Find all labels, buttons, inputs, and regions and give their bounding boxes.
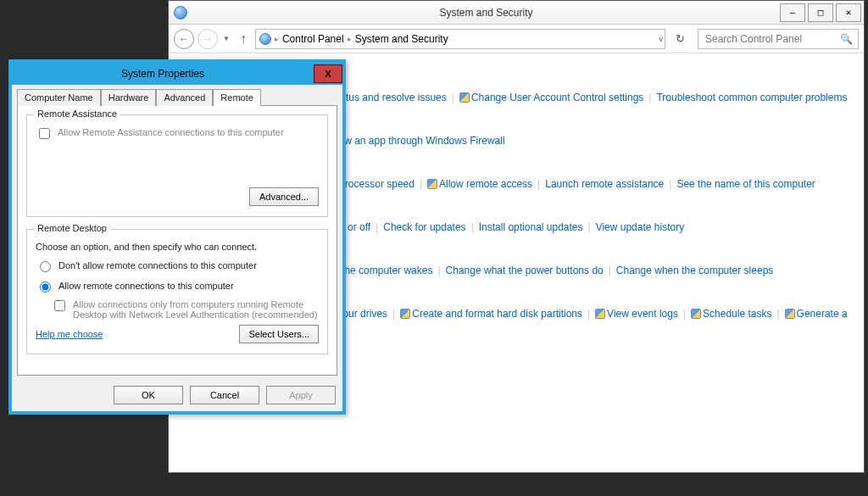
titlebar[interactable]: System and Security — □ ✕ [169, 1, 864, 25]
dialog-close-button[interactable]: X [314, 64, 342, 83]
remote-assistance-advanced-button[interactable]: Advanced... [249, 187, 319, 206]
deny-remote-radio[interactable]: Don't allow remote connections to this c… [36, 259, 319, 272]
link-divider: | [776, 308, 779, 320]
task-link[interactable]: View event logs [607, 308, 678, 320]
address-bar[interactable]: ▸ Control Panel ▸ System and Security v [255, 29, 665, 49]
window-title: System and Security [192, 7, 780, 19]
task-link[interactable]: Launch remote assistance [545, 178, 664, 190]
remote-assistance-group: Remote Assistance Allow Remote Assistanc… [26, 114, 328, 217]
task-link[interactable]: Install optional updates [479, 221, 583, 233]
link-divider: | [669, 178, 671, 190]
search-input[interactable] [704, 32, 840, 46]
forward-button[interactable]: → [198, 29, 218, 49]
tab-advanced[interactable]: Advanced [156, 89, 213, 106]
breadcrumb-item[interactable]: Control Panel [282, 33, 344, 45]
help-me-choose-link[interactable]: Help me choose [36, 329, 103, 339]
history-dropdown-icon[interactable]: ▼ [221, 35, 231, 42]
task-link[interactable]: View update history [596, 221, 685, 233]
ok-button[interactable]: OK [114, 386, 183, 404]
search-icon: 🔍 [840, 33, 853, 45]
task-link[interactable]: Change when the computer sleeps [616, 265, 773, 276]
radio-label: Don't allow remote connections to this c… [58, 260, 257, 270]
tab-strip: Computer NameHardwareAdvancedRemote [12, 85, 342, 105]
control-panel-icon [174, 6, 187, 20]
link-divider: | [420, 178, 422, 190]
remote-desktop-group: Remote Desktop Choose an option, and the… [26, 229, 328, 354]
refresh-button[interactable]: ↻ [669, 30, 691, 48]
radio-input[interactable] [40, 261, 51, 272]
link-divider: | [471, 221, 474, 233]
link-divider: | [588, 221, 591, 233]
dialog-title: System Properties [12, 68, 314, 80]
group-title: Remote Assistance [34, 109, 120, 119]
shield-icon [400, 309, 410, 319]
task-link[interactable]: Allow an app through Windows Firewall [327, 135, 504, 147]
address-icon [259, 33, 271, 45]
chevron-right-icon: ▸ [275, 35, 279, 43]
checkbox-label: Allow Remote Assistance connections to t… [58, 127, 284, 137]
checkbox-input[interactable] [54, 300, 65, 311]
link-divider: | [683, 308, 686, 320]
shield-icon [459, 92, 470, 103]
link-divider: | [392, 308, 395, 320]
nav-bar: ← → ▼ ↑ ▸ Control Panel ▸ System and Sec… [169, 25, 864, 53]
shield-icon [691, 309, 701, 319]
link-divider: | [537, 178, 540, 190]
task-link[interactable]: Create and format hard disk partitions [412, 308, 582, 320]
up-button[interactable]: ↑ [235, 31, 252, 47]
chevron-right-icon: ▸ [348, 35, 352, 43]
dialog-buttons: OK Cancel Apply [12, 381, 342, 411]
link-divider: | [587, 308, 590, 320]
link-divider: | [437, 265, 440, 276]
dialog-titlebar[interactable]: System Properties X [12, 63, 342, 85]
tab-computer-name[interactable]: Computer Name [17, 89, 101, 106]
nla-checkbox[interactable]: Allow connections only from computers ru… [51, 299, 319, 320]
task-link[interactable]: Change what the power buttons do [446, 265, 604, 276]
task-link[interactable]: Change User Account Control settings [471, 92, 643, 103]
maximize-button[interactable]: □ [808, 3, 833, 22]
search-box[interactable]: 🔍 [698, 29, 859, 49]
breadcrumb-item[interactable]: System and Security [355, 33, 448, 45]
radio-input[interactable] [40, 281, 51, 293]
radio-label: Allow remote connections to this compute… [58, 281, 234, 291]
task-link[interactable]: Troubleshoot common computer problems [656, 92, 847, 103]
apply-button[interactable]: Apply [266, 386, 336, 404]
shield-icon [595, 309, 605, 319]
back-button[interactable]: ← [174, 29, 194, 49]
minimize-button[interactable]: — [780, 3, 805, 22]
group-title: Remote Desktop [34, 223, 110, 233]
link-divider: | [452, 92, 454, 103]
shield-icon [785, 309, 795, 319]
link-divider: | [609, 265, 611, 276]
link-divider: | [648, 92, 651, 103]
select-users-button[interactable]: Select Users... [239, 325, 319, 343]
task-link[interactable]: Schedule tasks [703, 308, 771, 320]
tab-hardware[interactable]: Hardware [101, 89, 157, 106]
allow-remote-radio[interactable]: Allow remote connections to this compute… [36, 279, 319, 293]
remote-desktop-desc: Choose an option, and then specify who c… [36, 242, 319, 252]
checkbox-input[interactable] [39, 128, 50, 139]
shield-icon [427, 179, 437, 189]
cancel-button[interactable]: Cancel [190, 386, 259, 404]
task-link[interactable]: Check for updates [383, 221, 465, 233]
address-dropdown-icon[interactable]: v [658, 35, 665, 43]
allow-remote-assistance-checkbox[interactable]: Allow Remote Assistance connections to t… [36, 127, 319, 142]
tab-remote[interactable]: Remote [213, 89, 261, 106]
system-properties-dialog: System Properties X Computer NameHardwar… [8, 59, 346, 415]
close-button[interactable]: ✕ [836, 3, 861, 22]
checkbox-label: Allow connections only from computers ru… [73, 299, 319, 320]
tab-page-remote: Remote Assistance Allow Remote Assistanc… [17, 105, 337, 376]
task-link[interactable]: Allow remote access [439, 178, 532, 190]
link-divider: | [376, 221, 378, 233]
task-link[interactable]: See the name of this computer [676, 178, 815, 190]
